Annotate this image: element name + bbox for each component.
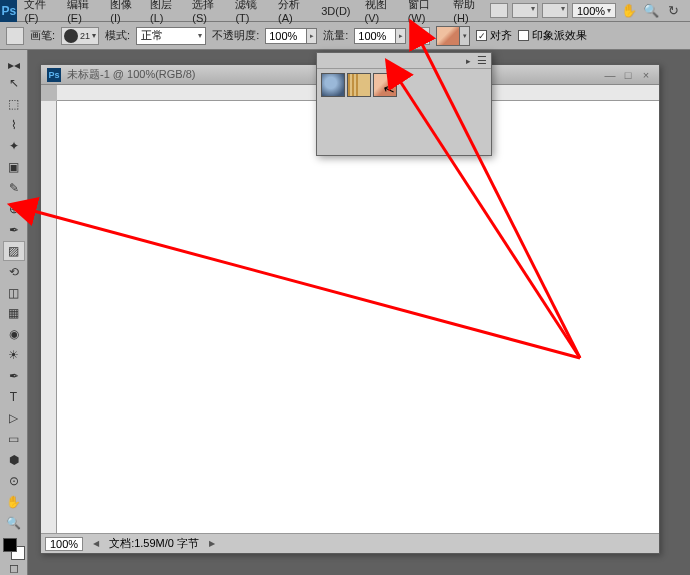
pen-tool[interactable]: ✒ [3, 366, 25, 386]
foreground-swatch[interactable] [3, 538, 17, 552]
arrow-icon[interactable]: ▶ [207, 539, 217, 548]
doc-size-status: 文档:1.59M/0 字节 [109, 536, 199, 551]
eraser-tool[interactable]: ◫ [3, 283, 25, 303]
toolbox-grip-icon[interactable]: ▸◂ [3, 58, 25, 72]
align-label: 对齐 [490, 28, 512, 43]
crop-tool[interactable]: ▣ [3, 157, 25, 177]
pattern-picker-arrow[interactable]: ▾ [460, 26, 470, 46]
launch-bridge-icon[interactable] [490, 3, 508, 18]
flow-input[interactable]: 100% [354, 28, 396, 44]
canvas[interactable] [57, 101, 659, 533]
hand-tool-icon[interactable]: ✋ [620, 2, 638, 20]
menu-filter[interactable]: 滤镜(T) [228, 0, 271, 24]
menu-edit[interactable]: 编辑(E) [60, 0, 103, 24]
move-tool[interactable]: ↖ [3, 73, 25, 93]
popup-arrow-icon[interactable]: ▸ [466, 56, 471, 66]
menu-3d[interactable]: 3D(D) [314, 5, 357, 17]
zoom-tool-icon[interactable]: 🔍 [642, 2, 660, 20]
popup-header: ▸ ☰ [317, 53, 491, 69]
3d-camera-tool[interactable]: ⊙ [3, 471, 25, 491]
toolbox: ▸◂ ↖ ⬚ ⌇ ✦ ▣ ✎ ⊕ ✒ ▨ ⟲ ◫ ▦ ◉ ☀ ✒ T ▷ ▭ ⬢… [0, 50, 28, 575]
dodge-tool[interactable]: ☀ [3, 345, 25, 365]
path-tool[interactable]: ▷ [3, 408, 25, 428]
checkbox-icon: ✓ [476, 30, 487, 41]
menu-image[interactable]: 图像(I) [103, 0, 143, 24]
menubar: Ps 文件(F) 编辑(E) 图像(I) 图层(L) 选择(S) 滤镜(T) 分… [0, 0, 690, 22]
opacity-label: 不透明度: [212, 28, 259, 43]
minimize-button[interactable]: — [603, 69, 617, 81]
document-title: 未标题-1 @ 100%(RGB/8) [67, 67, 196, 82]
ruler-vertical[interactable] [41, 101, 57, 533]
marquee-tool[interactable]: ⬚ [3, 94, 25, 114]
ps-icon: Ps [47, 68, 61, 82]
close-button[interactable]: × [639, 69, 653, 81]
pattern-picker-popup: ▸ ☰ ↖ [316, 52, 492, 156]
hand-tool[interactable]: ✋ [3, 492, 25, 512]
lasso-tool[interactable]: ⌇ [3, 115, 25, 135]
menu-file[interactable]: 文件(F) [17, 0, 60, 24]
document-body [41, 101, 659, 533]
zoom-level-dropdown[interactable]: 100% [572, 3, 616, 18]
rotate-view-icon[interactable]: ↻ [664, 2, 682, 20]
impressionist-label: 印象派效果 [532, 28, 587, 43]
brush-picker[interactable]: 21 ▾ [61, 27, 99, 45]
status-bar: 100% ◀ 文档:1.59M/0 字节 ▶ [41, 533, 659, 553]
quickmask-toggle[interactable]: ◻ [3, 561, 25, 575]
eyedropper-tool[interactable]: ✎ [3, 178, 25, 198]
mode-dropdown[interactable]: 正常 [136, 27, 206, 45]
brush-label: 画笔: [30, 28, 55, 43]
stamp-tool[interactable]: ▨ [3, 241, 25, 261]
flow-label: 流量: [323, 28, 348, 43]
options-bar: 画笔: 21 ▾ 模式: 正常 不透明度: 100% ▸ 流量: 100% ▸ … [0, 22, 690, 50]
opacity-arrow[interactable]: ▸ [307, 28, 317, 44]
arrow-icon[interactable]: ◀ [91, 539, 101, 548]
brush-tool[interactable]: ✒ [3, 220, 25, 240]
pattern-thumb[interactable] [347, 73, 371, 97]
type-tool[interactable]: T [3, 387, 25, 407]
pattern-sample-thumb[interactable] [436, 26, 460, 46]
shape-tool[interactable]: ▭ [3, 429, 25, 449]
menubar-right: 100% ✋ 🔍 ↻ [490, 2, 690, 20]
3d-tool[interactable]: ⬢ [3, 450, 25, 470]
pattern-grid [317, 69, 491, 101]
flow-value: 100% [358, 30, 386, 42]
tool-preset-picker[interactable] [6, 27, 24, 45]
zoom-tool[interactable]: 🔍 [3, 513, 25, 533]
app-icon: Ps [0, 0, 17, 22]
magic-wand-tool[interactable]: ✦ [3, 136, 25, 156]
menu-select[interactable]: 选择(S) [185, 0, 228, 24]
color-swatches[interactable] [3, 538, 25, 560]
popup-menu-icon[interactable]: ☰ [477, 54, 487, 67]
opacity-value: 100% [269, 30, 297, 42]
arrange-docs-dropdown[interactable] [512, 3, 538, 18]
screen-mode-dropdown[interactable] [542, 3, 568, 18]
opacity-input[interactable]: 100% [265, 28, 307, 44]
chevron-down-icon: ▾ [92, 31, 96, 40]
brush-preview-icon [64, 29, 78, 43]
flow-arrow[interactable]: ▸ [396, 28, 406, 44]
menu-view[interactable]: 视图(V) [358, 0, 401, 24]
mode-label: 模式: [105, 28, 130, 43]
menu-analysis[interactable]: 分析(A) [271, 0, 314, 24]
menu-window[interactable]: 窗口(W) [401, 0, 447, 24]
align-checkbox[interactable]: ✓ 对齐 [476, 28, 512, 43]
menu-layer[interactable]: 图层(L) [143, 0, 185, 24]
zoom-value: 100% [577, 5, 605, 17]
zoom-status-value: 100% [50, 538, 78, 550]
history-brush-tool[interactable]: ⟲ [3, 262, 25, 282]
mode-value: 正常 [141, 28, 163, 43]
window-buttons: — □ × [603, 69, 653, 81]
maximize-button[interactable]: □ [621, 69, 635, 81]
pattern-thumb[interactable] [321, 73, 345, 97]
blur-tool[interactable]: ◉ [3, 324, 25, 344]
impressionist-checkbox[interactable]: 印象派效果 [518, 28, 587, 43]
brush-size: 21 [80, 31, 90, 41]
menu-help[interactable]: 帮助(H) [446, 0, 490, 24]
healing-tool[interactable]: ⊕ [3, 199, 25, 219]
checkbox-icon [518, 30, 529, 41]
airbrush-toggle[interactable]: ✈ [412, 27, 430, 45]
gradient-tool[interactable]: ▦ [3, 303, 25, 323]
zoom-status[interactable]: 100% [45, 537, 83, 551]
